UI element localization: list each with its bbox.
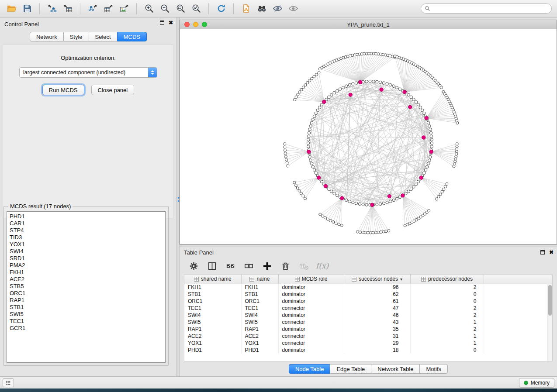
mcds-result-item[interactable]: STB1 — [10, 304, 163, 311]
show-hide-graphics-button[interactable] — [270, 2, 285, 16]
open-file-button[interactable] — [3, 2, 19, 16]
show-view-button[interactable] — [285, 2, 301, 16]
column-header-shared-name[interactable]: shared name — [184, 275, 241, 284]
scrollbar-thumb[interactable] — [548, 285, 552, 316]
optimization-criterion-label: Optimization criterion: — [3, 55, 173, 61]
memory-button[interactable]: Memory — [519, 378, 554, 388]
export-network-button[interactable] — [85, 2, 100, 16]
table-cell: dominator — [278, 347, 344, 354]
trash-icon — [280, 261, 291, 271]
table-cell-filler — [484, 333, 552, 340]
tab-edge-table[interactable]: Edge Table — [330, 364, 371, 374]
tab-mcds[interactable]: MCDS — [117, 32, 147, 41]
column-type-icon — [194, 277, 199, 282]
mcds-result-item[interactable]: SWI5 — [10, 311, 163, 318]
zoom-selected-button[interactable] — [188, 2, 204, 16]
column-header-predecessor-nodes[interactable]: predecessor nodes — [410, 275, 484, 284]
close-panel-button[interactable]: Close panel — [91, 85, 135, 95]
close-panel-icon[interactable]: ✖ — [169, 21, 173, 25]
mcds-result-item[interactable]: PHD1 — [10, 213, 163, 220]
mcds-result-item[interactable]: TID3 — [10, 234, 163, 241]
mcds-result-item[interactable]: SRD1 — [10, 255, 163, 262]
table-row[interactable]: RAP1RAP1dominator352 — [184, 326, 552, 333]
tab-style[interactable]: Style — [63, 32, 89, 41]
import-network-icon — [47, 3, 57, 14]
search-field[interactable] — [421, 3, 552, 14]
table-scrollbar[interactable] — [547, 284, 552, 361]
table-cell: 1 — [410, 319, 484, 326]
search-network-button[interactable] — [254, 2, 270, 16]
function-builder-button[interactable]: f(x) — [314, 261, 329, 270]
export-image-button[interactable] — [116, 2, 132, 16]
run-mcds-button[interactable]: Run MCDS — [42, 85, 84, 95]
column-header-MCDS-role[interactable]: MCDS role — [278, 275, 344, 284]
mcds-result-item[interactable]: RAP1 — [10, 297, 163, 304]
table-cell: connector — [278, 305, 344, 312]
table-row[interactable]: STB1STB1dominator620 — [184, 291, 552, 298]
mcds-result-item[interactable]: STB5 — [10, 283, 163, 290]
status-list-button[interactable] — [3, 378, 14, 387]
zoom-out-icon — [160, 3, 170, 14]
node-table-grid: shared namenameMCDS rolesuccessor nodes▾… — [184, 274, 553, 361]
toolbar-separator — [80, 3, 80, 14]
show-columns-button[interactable] — [204, 259, 220, 273]
control-panel-title: Control Panel — [4, 21, 39, 28]
column-header-successor-nodes[interactable]: successor nodes▾ — [344, 275, 410, 284]
table-row[interactable]: TEC1TEC1connector472 — [184, 305, 552, 312]
mcds-panel: Optimization criterion: largest connecte… — [3, 45, 174, 218]
tab-select[interactable]: Select — [89, 32, 118, 41]
mcds-result-item[interactable]: CAR1 — [10, 220, 163, 227]
network-window-titlebar[interactable]: YPA_prune.txt_1 — [180, 20, 557, 29]
optimization-criterion-dropdown[interactable]: largest connected component (undirected) — [19, 67, 157, 78]
mcds-result-item[interactable]: FKH1 — [10, 269, 163, 276]
zoom-out-button[interactable] — [157, 2, 173, 16]
table-cell: RAP1 — [241, 326, 278, 333]
network-canvas[interactable] — [180, 29, 557, 244]
mcds-result-item[interactable]: TEC1 — [10, 318, 163, 325]
main-toolbar — [0, 0, 557, 17]
tab-network[interactable]: Network — [30, 32, 64, 41]
table-row[interactable]: YOX1YOX1connector291 — [184, 340, 552, 347]
tab-node-table[interactable]: Node Table — [289, 364, 331, 374]
import-network-button[interactable] — [44, 2, 60, 16]
memory-status-icon — [524, 381, 528, 385]
clone-network-button[interactable] — [238, 2, 254, 16]
mcds-result-item[interactable]: STP4 — [10, 227, 163, 234]
unselect-all-button[interactable] — [241, 259, 256, 273]
import-table-button[interactable] — [60, 2, 76, 16]
mcds-result-list[interactable]: PHD1CAR1STP4TID3YOX1SWI4SRD1PMA2FKH1ACE2… — [7, 211, 166, 363]
table-row[interactable]: SWI5SWI5connector431 — [184, 319, 552, 326]
select-all-button[interactable] — [222, 259, 238, 273]
export-table-button[interactable] — [100, 2, 116, 16]
mcds-result-item[interactable]: SWI4 — [10, 248, 163, 255]
table-row[interactable]: FKH1FKH1dominator962 — [184, 284, 552, 291]
mcds-result-item[interactable]: YOX1 — [10, 241, 163, 248]
add-row-button[interactable] — [259, 259, 275, 273]
refresh-view-button[interactable] — [213, 2, 229, 16]
tab-network-table[interactable]: Network Table — [371, 364, 420, 374]
close-panel-icon[interactable]: ✖ — [549, 250, 554, 254]
float-panel-icon[interactable] — [160, 21, 164, 25]
column-header-name[interactable]: name — [241, 275, 278, 284]
list-icon — [5, 380, 11, 386]
tab-motifs[interactable]: Motifs — [419, 364, 448, 374]
table-row[interactable]: PHD1PHD1dominator180 — [184, 347, 552, 354]
mcds-result-item[interactable]: PMA2 — [10, 262, 163, 269]
table-row[interactable]: ORC1ORC1dominator610 — [184, 298, 552, 305]
table-settings-button[interactable] — [186, 259, 201, 273]
mcds-result-item[interactable]: ORC1 — [10, 290, 163, 297]
zoom-fit-button[interactable] — [173, 2, 188, 16]
delete-rows-button[interactable] — [277, 259, 293, 273]
mcds-result-item[interactable]: ACE2 — [10, 276, 163, 283]
save-session-button[interactable] — [19, 2, 35, 16]
table-panel-header: Table Panel ✖ — [180, 247, 557, 258]
table-row[interactable]: SWI4SWI4dominator462 — [184, 312, 552, 319]
network-window-title: YPA_prune.txt_1 — [180, 21, 557, 28]
mcds-result-item[interactable]: GCR1 — [10, 325, 163, 332]
network-graph[interactable] — [180, 29, 557, 244]
search-input[interactable] — [430, 6, 548, 12]
zoom-in-button[interactable] — [141, 2, 157, 16]
table-cell: ACE2 — [184, 333, 241, 340]
float-panel-icon[interactable] — [540, 250, 545, 254]
table-row[interactable]: ACE2ACE2connector311 — [184, 333, 552, 340]
